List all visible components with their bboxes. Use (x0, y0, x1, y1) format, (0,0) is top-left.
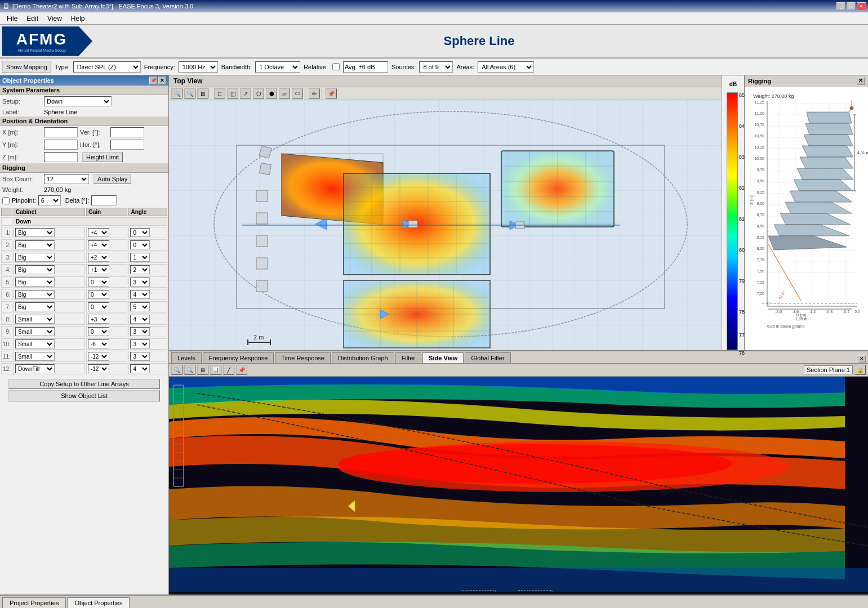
section-fit[interactable]: ⊞ (197, 365, 208, 375)
areas-select[interactable]: All Areas (6) (478, 61, 534, 73)
cab-gain-select[interactable]: +4 (88, 240, 109, 249)
cab-angle-select[interactable]: 4 (130, 364, 150, 373)
tab-side-view[interactable]: Side View (422, 352, 464, 363)
delta-input[interactable]: -1,13 (91, 195, 117, 205)
box-count-select[interactable]: 12 (44, 174, 89, 184)
cab-type-select[interactable]: Big (15, 290, 55, 299)
pencil-btn[interactable]: ✏ (309, 88, 320, 99)
auto-splay-button[interactable]: Auto Splay (94, 174, 131, 184)
cab-gain-select[interactable]: -12 (88, 364, 109, 373)
menu-edit[interactable]: Edit (22, 14, 43, 24)
select2-btn[interactable]: ◫ (227, 88, 238, 99)
menu-view[interactable]: View (43, 14, 66, 24)
panel-close-button[interactable]: ✕ (158, 77, 166, 84)
setup-select[interactable]: Down (44, 96, 112, 106)
y-input[interactable]: -28,00 (44, 140, 78, 150)
cab-angle-select[interactable]: 4 (130, 290, 150, 299)
height-limit-button[interactable]: Height Limit (82, 152, 123, 162)
pin-btn[interactable]: 📌 (326, 88, 337, 99)
pinpoint-checkbox[interactable] (2, 197, 10, 204)
z-input[interactable]: 11,00 (44, 152, 78, 162)
tab-distribution[interactable]: Distribution Graph (332, 352, 394, 363)
cab-angle-select[interactable]: 0 (130, 228, 150, 237)
fit-btn[interactable]: ⊞ (197, 88, 208, 99)
cab-gain-select[interactable]: -6 (88, 339, 109, 348)
cab-angle-select[interactable]: 0 (130, 240, 150, 249)
cab-gain-select[interactable]: 0 (88, 302, 109, 311)
ver-input[interactable]: -4,75 (110, 127, 144, 137)
zoom-out-btn[interactable]: 🔍 (184, 88, 195, 99)
cab-gain-select[interactable]: +3 (88, 315, 109, 324)
cab-type-select[interactable]: DownFill (15, 364, 55, 373)
cab-gain-select[interactable]: +4 (88, 228, 109, 237)
project-properties-tab[interactable]: Project Properties (2, 597, 66, 608)
cab-gain-select[interactable]: +1 (88, 265, 109, 274)
bandwidth-select[interactable]: 1 Octave (255, 61, 300, 73)
cab-gain-select[interactable]: 0 (88, 278, 109, 287)
cab-type-select[interactable]: Big (15, 228, 55, 237)
cab-gain-select[interactable]: -12 (88, 352, 109, 361)
cab-gain-select[interactable]: 0 (88, 290, 109, 299)
relative-checkbox[interactable] (332, 63, 340, 70)
cab-gain-select[interactable]: +2 (88, 253, 109, 262)
tab-global-filter[interactable]: Global Filter (465, 352, 510, 363)
panel-scroll[interactable]: System Parameters Setup: Down Label: Sph… (0, 86, 168, 594)
rigging-close-btn[interactable]: ✕ (857, 77, 865, 85)
panel-pin-button[interactable]: 📌 (149, 77, 157, 84)
arrow-btn[interactable]: ↗ (240, 88, 251, 99)
x-input[interactable]: -12,77 (44, 127, 78, 137)
section-zoom-in[interactable]: 🔍 (171, 365, 182, 375)
select-btn[interactable]: □ (214, 88, 225, 99)
shape4-btn[interactable]: ⬭ (292, 88, 303, 99)
cab-type-select[interactable]: Small (15, 339, 55, 348)
show-object-list-button[interactable]: Show Object List (8, 390, 160, 401)
copy-setup-button[interactable]: Copy Setup to Other Line Arrays (8, 379, 160, 389)
maximize-button[interactable]: □ (847, 2, 856, 10)
section-zoom-out[interactable]: 🔍 (184, 365, 195, 375)
shape3-btn[interactable]: ▱ (279, 88, 290, 99)
tab-levels[interactable]: Levels (171, 352, 202, 363)
show-mapping-button[interactable]: Show Mapping (2, 61, 51, 73)
zoom-in-btn[interactable]: 🔍 (171, 88, 182, 99)
cab-gain-select[interactable]: 0 (88, 327, 109, 336)
frequency-select[interactable]: 1000 Hz (179, 61, 218, 73)
minimize-button[interactable]: _ (836, 2, 845, 10)
cab-angle-select[interactable]: 4 (130, 315, 150, 324)
cab-angle-select[interactable]: 5 (130, 302, 150, 311)
section-line[interactable]: ╱ (223, 365, 234, 375)
close-button[interactable]: ✕ (857, 2, 866, 10)
section-graph[interactable]: 📊 (210, 365, 221, 375)
cab-type-select[interactable]: Big (15, 302, 55, 311)
shape2-btn[interactable]: ⬢ (266, 88, 277, 99)
cab-type-select[interactable]: Small (15, 352, 55, 361)
menu-help[interactable]: Help (66, 14, 90, 24)
sources-select[interactable]: 8 of 9 (419, 61, 453, 73)
cab-type-select[interactable]: Big (15, 253, 55, 262)
bottom-panel-close[interactable]: ✕ (858, 355, 866, 363)
logo-bar: AFMG Ahnert Feistel Media Group Sphere L… (0, 25, 868, 59)
cab-angle-select[interactable]: 2 (130, 265, 150, 274)
tab-filter[interactable]: Filter (395, 352, 421, 363)
tab-frequency[interactable]: Frequency Response (203, 352, 274, 363)
cab-angle-select[interactable]: 3 (130, 327, 150, 336)
hor-input[interactable]: 0,00 (110, 140, 144, 150)
cab-angle-select[interactable]: 1 (130, 253, 150, 262)
object-properties-tab[interactable]: Object Properties (67, 597, 130, 608)
section-pin[interactable]: 📌 (236, 365, 247, 375)
cab-type-select[interactable]: Small (15, 315, 55, 324)
tab-time[interactable]: Time Response (275, 352, 331, 363)
cab-type-select[interactable]: Big (15, 240, 55, 249)
scale-83: 83 (739, 154, 745, 160)
cab-angle-select[interactable]: 3 (130, 352, 150, 361)
cab-type-select[interactable]: Big (15, 278, 55, 287)
cab-angle-select[interactable]: 3 (130, 339, 150, 348)
cab-angle-select[interactable]: 3 (130, 278, 150, 287)
relative-value[interactable] (343, 61, 388, 73)
cab-type-select[interactable]: Big (15, 265, 55, 274)
cab-type-select[interactable]: Small (15, 327, 55, 336)
pinpoint-select[interactable]: 6 (38, 195, 61, 205)
type-select[interactable]: Direct SPL (Z) (73, 61, 141, 73)
shape-btn[interactable]: ⬡ (253, 88, 264, 99)
section-lock[interactable]: 🔒 (854, 365, 866, 375)
menu-file[interactable]: File (2, 14, 22, 24)
